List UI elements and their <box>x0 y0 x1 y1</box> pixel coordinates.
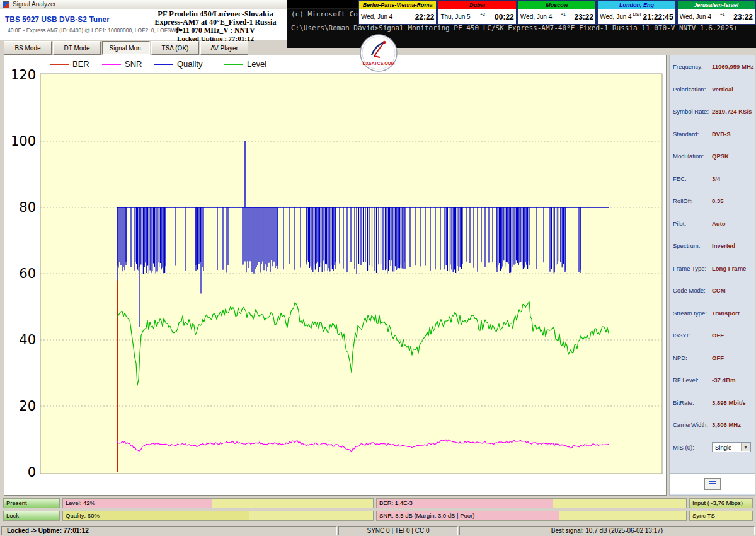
legend-label-level: Level <box>247 59 266 69</box>
present-status-cell: Present <box>3 498 60 508</box>
param-label: Spectrum: <box>673 242 712 249</box>
param-row-standard: Standard:DVB-S <box>670 123 755 146</box>
clock-utc-offset: +1 <box>561 12 566 16</box>
input-rate-cell: Input (~3,76 Mbps) <box>689 498 753 508</box>
y-tick-label: 100 <box>11 134 36 149</box>
console-copyright-line: (c) Microsoft Co <box>291 10 358 18</box>
clock-body: Wed, Jun 4+123:22 <box>518 9 595 24</box>
param-label: Polarization: <box>673 86 712 93</box>
tab-signal-mon-[interactable]: Signal Mon. <box>102 41 150 55</box>
param-row-symbol-rate: Symbol Rate:2819,724 KS/s <box>670 100 755 123</box>
clock-date: Thu, Jun 5 <box>440 13 470 20</box>
y-tick-label: 20 <box>19 399 36 414</box>
lock-label: Lock <box>6 512 19 519</box>
param-value: OFF <box>712 332 724 339</box>
parameter-sidebar: Frequency:11069,959 MHzPolarization:Vert… <box>669 55 755 496</box>
param-label: Stream type: <box>673 310 712 317</box>
clock-date: Wed, Jun 4 <box>600 13 631 20</box>
ber-progress-bar: BER: 1,4E-3 <box>376 498 687 508</box>
param-label: Frequency: <box>673 63 712 70</box>
param-label: Standard: <box>673 131 712 137</box>
param-label: Pilot: <box>673 220 712 227</box>
site-line2: Express-AM7 at 40°E_Fixed-1 Russia <box>144 18 287 26</box>
param-value: Transport <box>712 310 740 317</box>
sync-ts-label: Sync TS <box>692 512 715 519</box>
tab-av-player[interactable]: AV Player <box>200 41 248 55</box>
quality-progress-bar: Quality: 60% <box>62 511 374 521</box>
dxsatcs-logo: DXSATCS.COM <box>359 33 398 73</box>
param-value: Vertical <box>712 86 733 93</box>
legend-label-quality: Quality <box>177 59 203 69</box>
clock-berlin-paris-vienna-roma: Berlin-Paris-Vienna-RomaWed, Jun 422:22 <box>358 0 437 25</box>
input-rate-label: Input (~3,76 Mbps) <box>692 499 743 506</box>
param-value: QPSK <box>712 153 729 160</box>
param-label: Symbol Rate: <box>673 108 712 115</box>
list-icon-button[interactable] <box>704 478 721 490</box>
quality-label: Quality: 60% <box>63 512 100 519</box>
param-row-fec: FEC:3/4 <box>670 168 755 190</box>
clock-date: Wed, Jun 4 <box>680 13 711 20</box>
param-value: DVB-S <box>712 131 731 137</box>
y-tick-label: 60 <box>19 266 36 281</box>
param-value: OFF <box>712 354 724 361</box>
clock-city-label: Dubai <box>438 1 515 9</box>
clock-body: Thu, Jun 5+200:22 <box>438 9 515 24</box>
level-label: Level: 42% <box>63 499 95 506</box>
param-row-spectrum: Spectrum:Inverted <box>670 235 755 257</box>
site-line3: f=11 070 MHz_V : NNTV <box>144 26 287 35</box>
snr-progress-bar: SNR: 8,5 dB (Margin: 3,0 dB | Poor) <box>376 511 687 521</box>
clock-city-label: Jerusalem-Israel <box>678 1 755 9</box>
param-row-rf-level: RF Level:-37 dBm <box>670 369 755 392</box>
clock-city-label: Berlin-Paris-Vienna-Roma <box>359 1 436 9</box>
param-value: 0.35 <box>712 197 724 204</box>
clock-body: Wed, Jun 4DST21:22:45 <box>598 9 675 24</box>
clock-body: Wed, Jun 422:22 <box>359 9 436 24</box>
param-row-issyi: ISSYI:OFF <box>670 324 755 347</box>
param-label: NPD: <box>673 354 712 361</box>
mis-select[interactable]: Single▾ <box>712 442 751 452</box>
param-value: 2819,724 KS/s <box>712 108 752 115</box>
tab-bs-mode[interactable]: BS Mode <box>4 41 52 55</box>
param-row-pilot: Pilot:Auto <box>670 213 755 235</box>
param-label: RollOff: <box>673 197 712 204</box>
param-label: CarrierWidth: <box>673 421 712 428</box>
clock-city-label: London, Eng <box>598 1 675 9</box>
logo-text: DXSATCS.COM <box>362 61 394 66</box>
snr-label: SNR: 8,5 dB (Margin: 3,0 dB | Poor) <box>377 512 474 519</box>
parameter-list: Frequency:11069,959 MHzPolarization:Vert… <box>670 55 755 458</box>
param-label: MIS (0): <box>673 444 712 451</box>
site-line1: PF Prodelin 450/Lučenec-Slovakia <box>144 9 287 18</box>
clock-time: 23:22 <box>733 13 753 21</box>
param-label: FEC: <box>673 175 712 182</box>
param-value: Long Frame <box>712 265 746 272</box>
param-row-polarization: Polarization:Vertical <box>670 78 755 101</box>
chevron-down-icon: ▾ <box>741 443 750 451</box>
clock-time: 22:22 <box>415 13 435 21</box>
param-value: Inverted <box>712 242 735 249</box>
param-label: Modulation: <box>673 153 712 160</box>
param-label: BitRate: <box>673 399 712 406</box>
param-row-npd: NPD:OFF <box>670 347 755 370</box>
param-row-rolloff: RollOff:0.35 <box>670 190 755 213</box>
window-title: Signal Analyzer <box>13 1 56 8</box>
legend-label-ber: BER <box>72 59 89 69</box>
tab-tsa-ok-[interactable]: TSA (OK) <box>151 41 199 55</box>
param-row-frequency: Frequency:11069,959 MHz <box>670 55 755 78</box>
mode-tabbar: BS ModeDT ModeSignal Mon.TSA (OK)AV Play… <box>0 40 287 55</box>
tab-dt-mode[interactable]: DT Mode <box>53 41 101 55</box>
chart-panel: 020406080100120BERSNRQualityLevel <box>4 55 667 496</box>
param-row-frame-type: Frame Type:Long Frame <box>670 257 755 280</box>
clock-city-label: Moscow <box>518 1 595 9</box>
param-value: 11069,959 MHz <box>712 63 754 70</box>
param-row-modulation: Modulation:QPSK <box>670 145 755 168</box>
param-row-carrierwidth: CarrierWidth:3,806 MHz <box>670 414 755 436</box>
param-row-mis-0: MIS (0):Single▾ <box>670 436 755 459</box>
param-row-bitrate: BitRate:3,898 Mbit/s <box>670 392 755 414</box>
signal-analyzer-window: Signal Analyzer TBS 5927 USB DVB-S2 Tune… <box>0 0 756 536</box>
clock-date: Wed, Jun 4 <box>361 13 392 20</box>
param-value: 3,898 Mbit/s <box>712 399 746 406</box>
tuner-name: TBS 5927 USB DVB-S2 Tuner <box>5 15 110 24</box>
y-tick-label: 0 <box>28 465 36 480</box>
clock-dubai: DubaiThu, Jun 5+200:22 <box>437 0 517 25</box>
param-row-code-mode: Code Mode:CCM <box>670 279 755 302</box>
